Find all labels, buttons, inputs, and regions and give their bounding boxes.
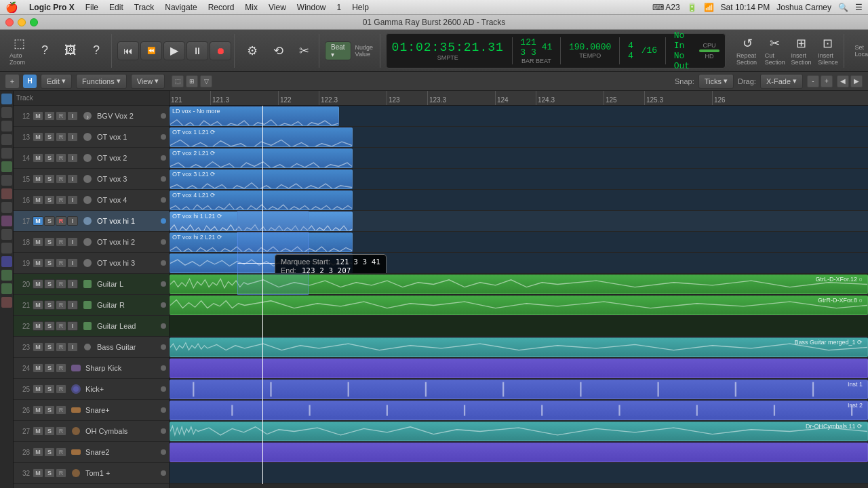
track-row-32[interactable]: 32 M S R Tom1 + <box>14 463 169 484</box>
mute-btn-32[interactable]: M <box>33 468 43 478</box>
tracks-content[interactable]: LD vox - No more OT vox 1 L21 ⟳ OT vox 2… <box>170 106 868 484</box>
input-btn-14[interactable]: I <box>67 153 78 163</box>
track-row-12[interactable]: 12 M S R I ♪ BGV Vox 2 <box>14 106 169 127</box>
solo-btn-23[interactable]: S <box>44 342 55 352</box>
mute-btn-19[interactable]: M <box>33 258 43 268</box>
content-row-18[interactable]: OT vox hi 2 L21 ⟳ <box>170 232 868 253</box>
menu-file[interactable]: File <box>85 3 98 12</box>
add-track-btn[interactable]: + <box>5 75 19 88</box>
sidebar-icon-2[interactable] <box>1 107 12 118</box>
sidebar-icon-1[interactable] <box>1 94 12 104</box>
play-btn[interactable]: ▶ <box>163 41 185 60</box>
sidebar-icon-16[interactable] <box>1 297 12 308</box>
solo-btn-14[interactable]: S <box>44 153 55 163</box>
record-btn-24[interactable]: R <box>56 363 66 373</box>
zoom-plus-btn[interactable]: + <box>821 75 833 87</box>
cycle-btn[interactable]: ⟲ <box>266 42 290 60</box>
record-btn-18[interactable]: R <box>56 237 66 247</box>
record-btn-21[interactable]: R <box>56 300 66 310</box>
key-H-btn[interactable]: H <box>23 75 37 88</box>
functions-dropdown[interactable]: Functions ▾ <box>76 74 127 89</box>
track-row-17[interactable]: 17 M S R I OT vox hi 1 <box>14 211 169 232</box>
sidebar-icon-13[interactable] <box>1 256 12 267</box>
sidebar-icon-5[interactable] <box>1 148 12 159</box>
content-row-19[interactable]: Marquee Start: 121 3 3 41 End: 123 2 3 2… <box>170 253 868 274</box>
content-row-28[interactable] <box>170 442 868 463</box>
input-btn-17[interactable]: I <box>67 216 78 226</box>
region-snare-plus[interactable]: Inst 2 <box>170 401 868 420</box>
record-btn[interactable]: ⏺ <box>210 41 231 60</box>
menu-view[interactable]: View <box>269 3 286 12</box>
record-btn-25[interactable]: R <box>56 384 66 394</box>
solo-btn-20[interactable]: S <box>44 279 55 289</box>
input-btn-19[interactable]: I <box>67 258 78 268</box>
back-btn[interactable]: ⏪ <box>140 41 162 60</box>
region-ot-vox3[interactable]: OT vox 3 L21 ⟳ <box>170 169 353 189</box>
record-btn-13[interactable]: R <box>56 132 66 142</box>
link-btn[interactable]: ⬚ <box>172 75 184 87</box>
auto-zoom-btn[interactable]: ⬚ Auto Zoom <box>7 35 31 67</box>
tool-mode-btn[interactable]: ▽ <box>200 75 212 87</box>
input-btn-22[interactable]: I <box>67 321 78 331</box>
region-oh-cymbals[interactable]: Dr-OHCymbals.11 ⟳ <box>170 422 868 441</box>
sidebar-icon-11[interactable] <box>1 229 12 240</box>
track-row-16[interactable]: 16 M S R I OT vox 4 <box>14 190 169 211</box>
content-row-14[interactable]: OT vox 2 L21 ⟳ <box>170 148 868 169</box>
beat-btn[interactable]: Beat ▾ <box>325 41 351 60</box>
sidebar-icon-15[interactable] <box>1 283 12 294</box>
region-snare2[interactable] <box>170 443 868 462</box>
sidebar-icon-10[interactable] <box>1 216 12 226</box>
track-row-26[interactable]: 26 M S R Snare+ <box>14 400 169 421</box>
content-row-26[interactable]: Inst 2 <box>170 400 868 421</box>
punch-btn[interactable]: ✂ <box>292 42 316 60</box>
mute-btn-22[interactable]: M <box>33 321 43 331</box>
input-btn-23[interactable]: I <box>67 342 78 352</box>
solo-btn-17[interactable]: S <box>44 216 55 226</box>
solo-btn-15[interactable]: S <box>44 174 55 184</box>
track-row-20[interactable]: 20 M S R I Guitar L <box>14 274 169 295</box>
solo-btn-21[interactable]: S <box>44 300 55 310</box>
record-btn-32[interactable]: R <box>56 468 66 478</box>
nudge-btn[interactable]: Nudge Value <box>353 43 377 59</box>
solo-btn-24[interactable]: S <box>44 363 55 373</box>
maximize-button[interactable] <box>30 18 38 26</box>
record-btn-22[interactable]: R <box>56 321 66 331</box>
sidebar-icon-4[interactable] <box>1 134 12 145</box>
solo-btn-18[interactable]: S <box>44 237 55 247</box>
menu-edit[interactable]: Edit <box>109 3 123 12</box>
content-row-24[interactable] <box>170 358 868 379</box>
close-button[interactable] <box>5 18 14 26</box>
region-ot-vox4[interactable]: OT vox 4 L21 ⟳ <box>170 190 353 210</box>
solo-btn-27[interactable]: S <box>44 426 55 436</box>
insert-silence-btn[interactable]: ⊡ Insert Silence <box>815 35 840 67</box>
track-row-21[interactable]: 21 M S R I Guitar R <box>14 295 169 316</box>
region-ot-vox2[interactable]: OT vox 2 L21 ⟳ <box>170 148 353 168</box>
track-row-18[interactable]: 18 M S R I OT vox hi 2 <box>14 232 169 253</box>
region-guitar-l[interactable]: GtrL-D-XFor.12 ○ <box>170 274 868 294</box>
input-btn-13[interactable]: I <box>67 132 78 142</box>
content-row-13[interactable]: OT vox 1 L21 ⟳ <box>170 127 868 148</box>
rewind-btn[interactable]: ⏮ <box>117 41 139 60</box>
mute-btn-15[interactable]: M <box>33 174 43 184</box>
solo-btn-12[interactable]: S <box>44 111 55 121</box>
record-btn-28[interactable]: R <box>56 447 66 457</box>
input-btn-12[interactable]: I <box>67 111 78 121</box>
record-btn-19[interactable]: R <box>56 258 66 268</box>
library-btn[interactable]: 🖼 <box>58 42 83 59</box>
sidebar-icon-7[interactable] <box>1 175 12 186</box>
mute-btn-14[interactable]: M <box>33 153 43 163</box>
help-tag-btn[interactable]: ? <box>33 42 57 59</box>
sidebar-icon-8[interactable] <box>1 188 12 199</box>
input-btn-16[interactable]: I <box>67 195 78 205</box>
apple-menu[interactable]: 🍎 <box>5 1 18 14</box>
mute-btn-13[interactable]: M <box>33 132 43 142</box>
content-row-32[interactable] <box>170 463 868 484</box>
region-bass[interactable]: Bass Guitar merged_1 ⟳ <box>170 338 868 357</box>
record-btn-23[interactable]: R <box>56 342 66 352</box>
input-btn-21[interactable]: I <box>67 300 78 310</box>
mute-btn-25[interactable]: M <box>33 384 43 394</box>
input-btn-20[interactable]: I <box>67 279 78 289</box>
menu-window[interactable]: Window <box>297 3 326 12</box>
sidebar-icon-12[interactable] <box>1 243 12 253</box>
track-row-14[interactable]: 14 M S R I OT vox 2 <box>14 148 169 169</box>
